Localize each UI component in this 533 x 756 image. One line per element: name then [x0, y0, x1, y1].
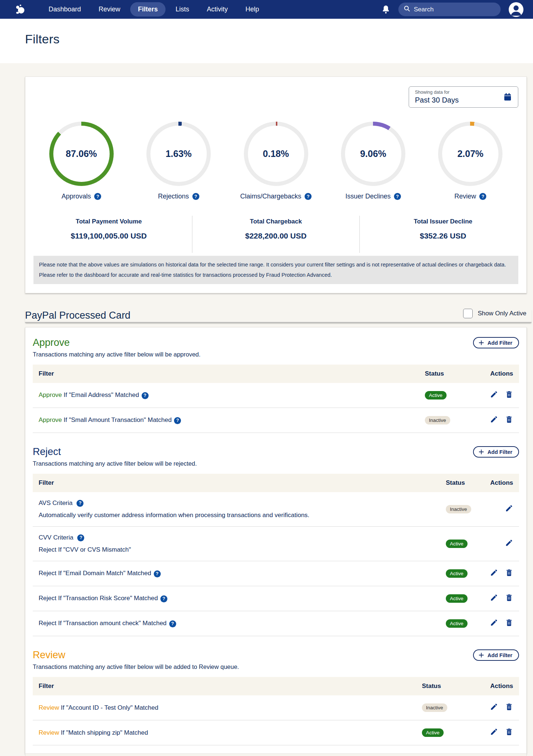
notifications-bell-icon[interactable]: [381, 5, 390, 14]
help-icon[interactable]: ?: [77, 500, 83, 507]
donut-label-claims-chargebacks: Claims/Chargebacks: [240, 193, 301, 200]
nav-item-activity[interactable]: Activity: [199, 2, 235, 17]
card-section-header: PayPal Processed Card Show Only Active: [25, 309, 532, 323]
help-icon[interactable]: ?: [169, 620, 176, 627]
pencil-icon: [505, 504, 513, 512]
delete-filter-button[interactable]: [505, 703, 513, 711]
show-only-active-checkbox[interactable]: [463, 309, 473, 318]
help-icon[interactable]: ?: [479, 193, 486, 200]
edit-filter-button[interactable]: [490, 390, 498, 398]
donut-rejections: 1.63%Rejections?: [130, 122, 227, 200]
delete-filter-button[interactable]: [505, 569, 513, 577]
filter-row: CVV Criteria?Reject If "CVV or CVS Misma…: [33, 527, 519, 561]
pencil-icon: [490, 569, 498, 577]
donut-hole: 9.06%: [345, 126, 401, 182]
help-icon[interactable]: ?: [142, 392, 149, 399]
donut-label-row: Approvals?: [61, 193, 101, 200]
edit-filter-button[interactable]: [505, 539, 513, 547]
delete-filter-button[interactable]: [505, 619, 513, 627]
total-value: $352.26 USD: [360, 232, 526, 240]
edit-filter-button[interactable]: [490, 594, 498, 602]
edit-filter-button[interactable]: [490, 619, 498, 627]
status-badge: Active: [446, 619, 468, 628]
help-icon[interactable]: ?: [154, 570, 161, 577]
filter-text: If "Match shipping zip" Matched: [59, 729, 148, 736]
section-subtitle: Transactions matching any active filter …: [33, 663, 519, 670]
avatar[interactable]: [509, 2, 523, 17]
filters-table-reject: FilterStatusActionsAVS Criteria?Automati…: [33, 474, 519, 636]
row-actions: [490, 703, 513, 711]
donut-label-row: Issuer Declines?: [345, 193, 401, 200]
nav-item-dashboard[interactable]: Dashboard: [41, 2, 89, 17]
col-header-status: Status: [440, 474, 475, 492]
trash-icon: [505, 728, 513, 736]
filter-text: Reject If "Transaction amount check" Mat…: [39, 620, 167, 627]
search-input[interactable]: [414, 6, 495, 13]
status-badge: Active: [422, 728, 444, 737]
filter-title: CVV Criteria?: [39, 534, 434, 541]
nav-item-help[interactable]: Help: [238, 2, 267, 17]
nav-item-review[interactable]: Review: [91, 2, 128, 17]
nav-item-filters[interactable]: Filters: [130, 2, 166, 17]
edit-filter-button[interactable]: [490, 703, 498, 711]
add-filter-button-reject[interactable]: Add Filter: [473, 446, 519, 458]
filter-cell: AVS Criteria?Automatically verify custom…: [33, 492, 440, 527]
status-cell: Active: [440, 611, 475, 636]
delete-filter-button[interactable]: [505, 728, 513, 736]
top-navbar: DashboardReviewFiltersListsActivityHelp: [0, 0, 533, 19]
help-icon[interactable]: ?: [305, 193, 312, 200]
simulation-note: Please note that the above values are si…: [33, 256, 518, 284]
filter-row: Approve If "Email Address" Matched ?Acti…: [33, 383, 519, 408]
help-icon[interactable]: ?: [394, 193, 401, 200]
help-icon[interactable]: ?: [160, 595, 167, 602]
donut-hole: 2.07%: [442, 126, 498, 182]
help-icon[interactable]: ?: [192, 193, 199, 200]
section-head: ReviewAdd Filter: [33, 649, 519, 661]
totals-row: Total Payment Volume$119,100,005.00 USDT…: [25, 216, 526, 253]
help-icon[interactable]: ?: [174, 417, 181, 424]
add-filter-button-review[interactable]: Add Filter: [473, 649, 519, 661]
app-logo-icon[interactable]: [15, 4, 26, 15]
help-icon[interactable]: ?: [77, 534, 84, 541]
trash-icon: [505, 569, 513, 577]
delete-filter-button[interactable]: [505, 594, 513, 602]
donut-label-row: Claims/Chargebacks?: [240, 193, 312, 200]
plus-icon: [478, 449, 484, 455]
donut-label-row: Rejections?: [158, 193, 199, 200]
edit-filter-button[interactable]: [490, 415, 498, 423]
status-badge: Active: [446, 569, 468, 578]
add-filter-button-approve[interactable]: Add Filter: [473, 337, 519, 348]
actions-cell: [475, 586, 519, 611]
status-cell: Active: [440, 561, 475, 586]
col-header-filter: Filter: [33, 474, 440, 492]
actions-cell: [475, 492, 519, 527]
date-range-select[interactable]: Showing data for Past 30 Days: [409, 86, 518, 108]
delete-filter-button[interactable]: [505, 415, 513, 423]
edit-filter-button[interactable]: [490, 569, 498, 577]
reject-heading: Reject: [33, 446, 61, 458]
col-header-filter: Filter: [33, 677, 416, 695]
filter-text: Reject If "Email Domain Match" Matched: [39, 570, 151, 577]
donut-claims-chargebacks: 0.18%Claims/Chargebacks?: [227, 122, 324, 200]
filter-row: Review If "Match shipping zip" MatchedAc…: [33, 720, 519, 745]
edit-filter-button[interactable]: [505, 504, 513, 512]
filter-prefix: Review: [39, 704, 59, 711]
search-box[interactable]: [398, 3, 501, 16]
donut-label-approvals: Approvals: [61, 193, 91, 200]
total-label: Total Issuer Decline: [360, 218, 526, 225]
actions-cell: [474, 383, 519, 408]
status-cell: Active: [440, 527, 475, 561]
filter-prefix: Review: [39, 729, 59, 736]
help-icon[interactable]: ?: [94, 193, 101, 200]
filter-title-text: AVS Criteria: [39, 499, 72, 507]
edit-filter-button[interactable]: [490, 728, 498, 736]
delete-filter-button[interactable]: [505, 390, 513, 398]
donut-label-row: Review?: [454, 193, 486, 200]
date-range-label: Showing data for: [415, 90, 512, 95]
status-cell: Active: [440, 586, 475, 611]
status-badge: Inactive: [446, 505, 471, 513]
nav-item-lists[interactable]: Lists: [168, 2, 197, 17]
stats-card: Showing data for Past 30 Days 87.06%Appr…: [25, 76, 527, 293]
filter-cell: Reject If "Transaction amount check" Mat…: [33, 611, 440, 636]
actions-cell: [475, 611, 519, 636]
